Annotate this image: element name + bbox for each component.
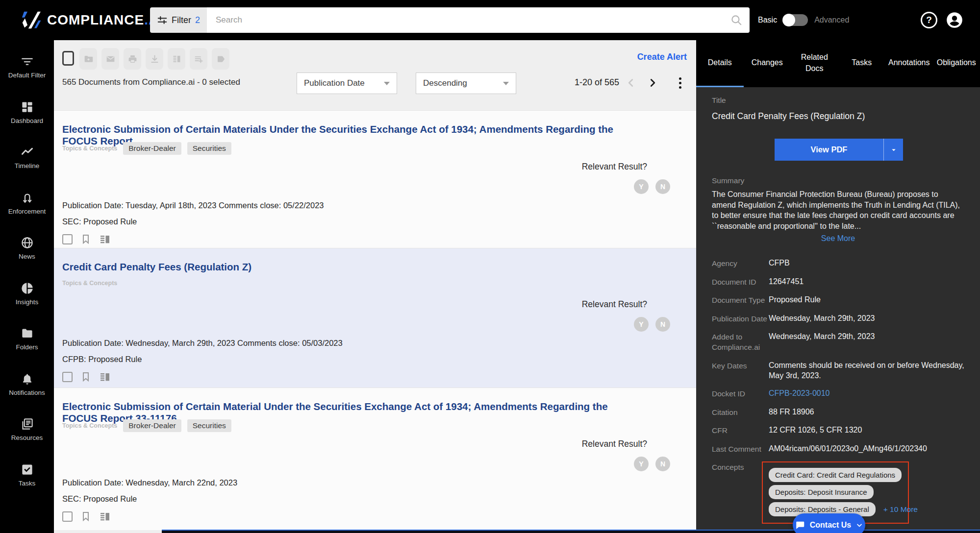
tab-related-docs[interactable]: Related Docs [791, 40, 838, 87]
chevron-down-icon [503, 82, 509, 85]
relevant-yes-button[interactable]: Y [634, 457, 649, 471]
relevant-no-button[interactable]: N [655, 457, 670, 471]
bookmark-icon[interactable] [80, 233, 92, 245]
field-value: Wednesday, March 29th, 2023 [769, 313, 965, 324]
field-label: Document Type [712, 294, 769, 305]
sidebar-item-timeline[interactable]: Timeline [0, 139, 54, 184]
field-label: Added to Compliance.ai [712, 331, 769, 352]
bookmark-icon[interactable] [80, 510, 92, 522]
bookmark-icon[interactable] [80, 371, 92, 383]
relevance-vote-group: Y N [634, 457, 670, 471]
title-field-label: Title [712, 96, 965, 105]
email-button[interactable] [101, 48, 119, 70]
field-value: Proposed Rule [769, 294, 965, 305]
sidebar-item-news[interactable]: News [0, 229, 54, 275]
sidebar-label: Resources [11, 435, 43, 441]
sidebar-label: Default Filter [8, 72, 46, 79]
row-checkbox[interactable] [62, 234, 73, 244]
filter-button[interactable]: Filter 2 [150, 7, 207, 33]
sidebar-item-folders[interactable]: Folders [0, 320, 54, 365]
account-circle-icon[interactable] [945, 11, 964, 29]
tab-tasks[interactable]: Tasks [838, 40, 886, 87]
playlist-add-icon [194, 54, 204, 64]
sidebar-label: Notifications [9, 389, 45, 396]
tab-changes[interactable]: Changes [744, 40, 791, 87]
document-row-selected[interactable]: Credit Card Penalty Fees (Regulation Z) … [54, 248, 696, 388]
open-details-icon[interactable] [99, 371, 111, 383]
field-docket-id: Docket ID CFPB-2023-0010 [712, 388, 965, 399]
publication-date-line: Publication Date: Wednesday, March 29th,… [62, 339, 343, 348]
page-next-icon[interactable] [646, 76, 659, 89]
magnifier-icon[interactable] [730, 14, 743, 26]
select-all-checkbox[interactable] [62, 51, 74, 66]
mode-advanced-label[interactable]: Advanced [814, 16, 849, 24]
topic-tag[interactable]: Securities [187, 419, 231, 432]
globe-icon [21, 236, 34, 249]
field-label: Key Dates [712, 360, 769, 381]
tab-annotations[interactable]: Annotations [885, 40, 933, 87]
details-panel: Details Changes Related Docs Tasks Annot… [696, 40, 980, 533]
sidebar-item-insights[interactable]: Insights [0, 275, 54, 320]
topic-tag[interactable]: Securities [187, 142, 231, 155]
concept-chip[interactable]: Credit Card: Credit Card Regulations [769, 468, 902, 482]
row-action-icons [62, 233, 111, 245]
playlist-add-button[interactable] [190, 48, 207, 70]
field-value: 88 FR 18906 [769, 407, 965, 417]
document-row[interactable]: Electronic Submission of Certain Materia… [54, 388, 696, 530]
tab-obligations[interactable]: Obligations [933, 40, 980, 87]
topics-row: Topics & Concepts [62, 280, 117, 287]
sort-order-value: Descending [423, 78, 467, 88]
relevant-yes-button[interactable]: Y [634, 179, 649, 194]
document-row[interactable]: Electronic Submission of Certain Materia… [54, 110, 696, 248]
sidebar-item-default-filter[interactable]: Default Filter [0, 48, 54, 94]
sort-order-select[interactable]: Descending [416, 73, 516, 94]
print-button[interactable] [124, 48, 141, 70]
see-more-link[interactable]: See More [696, 234, 980, 243]
folder-add-button[interactable] [79, 48, 97, 70]
field-label: CFR [712, 425, 769, 436]
mode-basic-label[interactable]: Basic [758, 16, 777, 24]
sidebar-item-tasks[interactable]: Tasks [0, 456, 54, 502]
relevant-no-button[interactable]: N [655, 179, 670, 194]
search-input[interactable] [207, 7, 750, 33]
concepts-more-link[interactable]: + 10 More [883, 504, 918, 514]
doc-details-button[interactable] [168, 48, 185, 70]
sidebar-item-enforcement[interactable]: Enforcement [0, 184, 54, 230]
create-alert-link[interactable]: Create Alert [637, 52, 687, 62]
summary-text: The Consumer Financial Protection Bureau… [712, 189, 961, 231]
label-button[interactable] [212, 48, 229, 70]
field-value: AM04ricam/06/01/2023o0_AMng46/1/202340 [769, 443, 965, 454]
filter-count-badge: 2 [195, 15, 200, 25]
topic-tag[interactable]: Broker-Dealer [123, 142, 181, 155]
row-checkbox[interactable] [62, 511, 73, 522]
view-pdf-dropdown-button[interactable] [883, 139, 903, 161]
document-title-link[interactable]: Credit Card Penalty Fees (Regulation Z) [62, 261, 641, 273]
open-details-icon[interactable] [99, 233, 111, 245]
sidebar-item-resources[interactable]: Resources [0, 411, 54, 456]
chevron-down-icon [855, 521, 863, 529]
view-pdf-button[interactable]: View PDF [775, 139, 883, 161]
doc-details-icon [172, 54, 182, 64]
download-button[interactable] [146, 48, 163, 70]
field-agency: Agency CFPB [712, 258, 965, 268]
contact-us-button[interactable]: Contact Us [793, 513, 865, 533]
field-label: Last Comment [712, 443, 769, 454]
relevant-no-button[interactable]: N [655, 317, 670, 332]
page-previous-icon[interactable] [625, 76, 637, 89]
topics-row: Topics & Concepts Broker-Dealer Securiti… [62, 419, 231, 432]
brand-logo[interactable]: COMPLIANCE.AI [21, 11, 163, 29]
sidebar-item-dashboard[interactable]: Dashboard [0, 94, 54, 139]
sort-field-select[interactable]: Publication Date [297, 73, 397, 94]
search-mode-toggle-group: Basic Advanced [758, 0, 849, 40]
sidebar-item-notifications[interactable]: Notifications [0, 365, 54, 411]
list-options-kebab-icon[interactable] [673, 74, 687, 91]
topic-tag[interactable]: Broker-Dealer [123, 419, 181, 432]
help-circle-icon[interactable]: ? [921, 12, 937, 28]
tab-details[interactable]: Details [696, 40, 744, 87]
docket-id-link[interactable]: CFPB-2023-0010 [769, 388, 965, 399]
relevant-yes-button[interactable]: Y [634, 317, 649, 332]
basic-advanced-toggle[interactable] [783, 14, 808, 26]
open-details-icon[interactable] [99, 510, 111, 522]
concept-chip[interactable]: Deposits: Deposit Insurance [769, 485, 874, 499]
row-checkbox[interactable] [62, 372, 73, 382]
